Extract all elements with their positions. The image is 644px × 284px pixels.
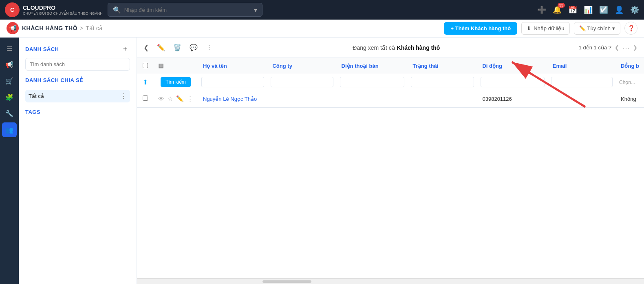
more-toolbar-icon[interactable]: ⋮ bbox=[204, 42, 214, 53]
alert-icon: 📢 bbox=[7, 22, 19, 34]
col-header-status[interactable]: Trạng thái bbox=[408, 58, 477, 74]
col-header-dongb[interactable]: Đồng b bbox=[616, 58, 644, 74]
action-buttons: + Thêm Khách hàng thô ⬇ Nhập dữ liệu ✏️ … bbox=[444, 22, 637, 35]
add-icon[interactable]: ➕ bbox=[537, 5, 546, 14]
filter-email bbox=[548, 74, 616, 90]
search-bar: 🔍 ▾ bbox=[108, 3, 262, 17]
filter-name bbox=[198, 74, 267, 90]
list-add-button[interactable]: + bbox=[120, 44, 130, 54]
row-actions-cell: 👁 ☆ ✏️ ⋮ bbox=[153, 90, 198, 108]
edit-toolbar-icon[interactable]: ✏️ bbox=[155, 42, 167, 53]
filter-search-btn-cell: Tìm kiếm bbox=[153, 74, 198, 90]
help-button[interactable]: ❓ bbox=[624, 22, 637, 35]
filter-phone bbox=[337, 74, 408, 90]
chon-dropdown[interactable]: Chọn... bbox=[619, 80, 635, 85]
contact-name-link[interactable]: Nguyễn Lê Ngọc Thảo bbox=[203, 96, 257, 102]
import-button[interactable]: ⬇ Nhập dữ liệu bbox=[521, 22, 569, 35]
list-section-header: DANH SÁCH + bbox=[25, 44, 130, 54]
col-header-phone[interactable]: Điện thoại bàn bbox=[337, 58, 408, 74]
sidebar-icon-contacts[interactable]: 👥 bbox=[2, 122, 17, 137]
pagination-text: 1 đến 1 của ? bbox=[579, 44, 611, 51]
col-header-name[interactable]: Họ và tên bbox=[198, 58, 267, 74]
filter-mobile-input[interactable] bbox=[481, 77, 544, 87]
list-search-input[interactable] bbox=[25, 58, 130, 71]
filter-company-input[interactable] bbox=[271, 77, 333, 87]
customize-button[interactable]: ✏️ Tùy chỉnh ▾ bbox=[574, 22, 620, 35]
search-button[interactable]: Tìm kiếm bbox=[161, 77, 191, 87]
row-company bbox=[267, 90, 336, 108]
scrollbar-track[interactable] bbox=[262, 280, 311, 283]
main-body: ☰ 📢 🛒 🧩 🔧 👥 DANH SÁCH + DANH SÁCH CHIA S… bbox=[0, 38, 644, 284]
notification-icon[interactable]: 🔔 55 bbox=[553, 5, 562, 14]
secondary-navigation: 📢 KHÁCH HÀNG THÔ > Tất cả + Thêm Khách h… bbox=[0, 20, 644, 38]
row-edit-icon[interactable]: ✏️ bbox=[176, 95, 184, 102]
search-icon: 🔍 bbox=[113, 6, 121, 14]
top-navigation: C CLOUDPRO CHUYỂN ĐỔI SỐ CHUYỂN SÂU THEO… bbox=[0, 0, 644, 20]
table-row: 👁 ☆ ✏️ ⋮ Nguyễn Lê Ngọc Thảo 039 bbox=[137, 90, 644, 108]
logo: C CLOUDPRO CHUYỂN ĐỔI SỐ CHUYỂN SÂU THEO… bbox=[5, 2, 103, 17]
row-view-icon[interactable]: 👁 bbox=[158, 95, 164, 102]
contacts-table: ⊞ Họ và tên Công ty Điện thoại bàn Trạng bbox=[137, 58, 644, 108]
row-more-icon[interactable]: ⋮ bbox=[187, 95, 193, 102]
select-all-checkbox[interactable] bbox=[143, 63, 148, 68]
toolbar-center-text: Đang xem tất cả Khách hàng thô bbox=[219, 44, 574, 51]
dropdown-icon[interactable]: ▾ bbox=[254, 6, 257, 14]
breadcrumb: KHÁCH HÀNG THÔ > Tất cả bbox=[22, 25, 103, 31]
sidebar-icon-broadcast[interactable]: 📢 bbox=[2, 57, 17, 72]
table-container: ⊞ Họ và tên Công ty Điện thoại bàn Trạng bbox=[137, 58, 644, 278]
logo-icon: C bbox=[5, 2, 20, 17]
breadcrumb-area: 📢 KHÁCH HÀNG THÔ > Tất cả bbox=[7, 22, 439, 34]
shared-list-title: DANH SÁCH CHIA SẺ bbox=[25, 77, 130, 83]
sidebar-icon-store[interactable]: 🛒 bbox=[2, 73, 17, 88]
search-input[interactable] bbox=[124, 7, 251, 13]
col-header-company[interactable]: Công ty bbox=[267, 58, 336, 74]
add-customer-button[interactable]: + Thêm Khách hàng thô bbox=[444, 22, 517, 35]
col-header-mobile[interactable]: Di động bbox=[477, 58, 547, 74]
filter-email-input[interactable] bbox=[551, 77, 613, 87]
main-content: ❮ ✏️ 🗑️ 💬 ⋮ Đang xem tất cả Khách hàng t… bbox=[137, 38, 644, 284]
filter-mobile bbox=[477, 74, 547, 90]
comment-toolbar-icon[interactable]: 💬 bbox=[188, 42, 199, 53]
row-name: Nguyễn Lê Ngọc Thảo bbox=[198, 90, 267, 108]
tasks-icon[interactable]: ☑️ bbox=[599, 5, 608, 14]
chart-icon[interactable]: 📊 bbox=[584, 5, 593, 14]
col-header-check bbox=[137, 58, 153, 74]
col-header-email[interactable]: Email bbox=[548, 58, 616, 74]
user-icon[interactable]: 👤 bbox=[615, 5, 624, 14]
collapse-panel-button[interactable]: ❮ bbox=[143, 44, 149, 51]
prev-page-icon[interactable]: ❮ bbox=[615, 44, 619, 51]
next-page-icon[interactable]: ❯ bbox=[633, 44, 637, 51]
icon-sidebar: ☰ 📢 🛒 🧩 🔧 👥 bbox=[0, 38, 19, 284]
top-nav-right: ➕ 🔔 55 📅 📊 ☑️ 👤 ⚙️ bbox=[537, 5, 639, 14]
grid-view-icon[interactable]: ⊞ bbox=[158, 62, 163, 69]
shared-item-more-icon[interactable]: ⋮ bbox=[120, 92, 127, 100]
delete-toolbar-icon[interactable]: 🗑️ bbox=[172, 42, 183, 53]
calendar-icon[interactable]: 📅 bbox=[568, 5, 577, 14]
row-check bbox=[137, 90, 153, 108]
filter-status-input[interactable] bbox=[411, 77, 474, 87]
row-actions: 👁 ☆ ✏️ ⋮ bbox=[158, 95, 193, 102]
filter-phone-input[interactable] bbox=[340, 77, 405, 87]
table-header-row: ⊞ Họ và tên Công ty Điện thoại bàn Trạng bbox=[137, 58, 644, 74]
filter-icon[interactable]: ⬆ bbox=[143, 79, 148, 86]
row-phone bbox=[337, 90, 408, 108]
help-icon: ❓ bbox=[628, 25, 635, 31]
more-options-icon[interactable]: ⋯ bbox=[622, 43, 630, 52]
table-filter-row: ⬆ Tìm kiếm Chọn... bbox=[137, 74, 644, 90]
settings-icon[interactable]: ⚙️ bbox=[630, 5, 639, 14]
toolbar-right: 1 đến 1 của ? ❮ ⋯ ❯ bbox=[579, 43, 637, 52]
row-mobile: 0398201126 bbox=[477, 90, 547, 108]
import-icon: ⬇ bbox=[527, 25, 531, 31]
row-email bbox=[548, 90, 616, 108]
col-header-grid: ⊞ bbox=[153, 58, 198, 74]
sidebar-icon-menu[interactable]: ☰ bbox=[2, 41, 17, 55]
filter-dongb: Chọn... bbox=[616, 74, 644, 90]
filter-name-input[interactable] bbox=[201, 77, 264, 87]
shared-item-all[interactable]: Tất cả ⋮ bbox=[25, 90, 130, 102]
row-checkbox[interactable] bbox=[143, 95, 148, 101]
row-star-icon[interactable]: ☆ bbox=[168, 95, 173, 102]
horizontal-scrollbar[interactable] bbox=[137, 278, 644, 284]
sidebar-icon-puzzle[interactable]: 🧩 bbox=[2, 90, 17, 104]
sidebar-icon-widget[interactable]: 🔧 bbox=[2, 106, 17, 121]
row-dongb: Không bbox=[616, 90, 644, 108]
